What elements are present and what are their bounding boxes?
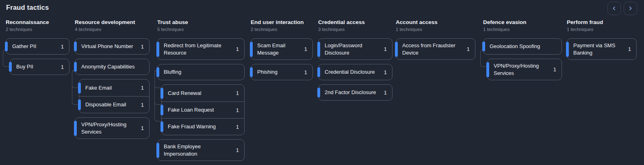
next-page-button[interactable] xyxy=(624,2,637,15)
technique-card[interactable]: Access from Fraudster Device1 xyxy=(396,38,475,60)
technique-group: Card Renewal1Fake Loan Request1Fake Frau… xyxy=(161,84,245,135)
tactic-cards: Scam Email Message1Phishing1 xyxy=(251,38,313,80)
technique-count: 1 xyxy=(141,85,145,91)
technique-accent-bar xyxy=(78,99,81,110)
technique-label: Payment via SMS Banking xyxy=(573,42,626,56)
technique-count: 1 xyxy=(236,46,240,52)
technique-label: Anonymity Capabilities xyxy=(81,63,141,70)
technique-card[interactable]: VPN/Proxy/Hosting Services1 xyxy=(75,117,150,139)
tactic-count: 4 techniques xyxy=(75,26,150,32)
technique-accent-bar xyxy=(160,105,163,115)
tactic-count: 1 techniques xyxy=(567,26,637,32)
technique-accent-bar xyxy=(156,42,159,57)
pagination-nav xyxy=(607,2,637,15)
fraud-tactics-matrix: Fraud tactics Reconnaissance2 techniques… xyxy=(0,0,644,165)
technique-card[interactable]: Bank Employee Impersonation1 xyxy=(157,139,245,161)
tactic-name: Account access xyxy=(396,19,475,26)
page-title: Fraud tactics xyxy=(6,4,49,11)
technique-row[interactable]: Fake Fraud Warning1 xyxy=(162,118,244,135)
technique-row[interactable]: Card Renewal1 xyxy=(162,85,244,101)
technique-row[interactable]: Disposable Email1 xyxy=(79,96,149,113)
tactic-name: Perform fraud xyxy=(567,19,637,26)
tactic-count: 3 techniques xyxy=(318,26,392,32)
technique-card[interactable]: Payment via SMS Banking1 xyxy=(567,38,637,60)
technique-count: 1 xyxy=(61,44,65,50)
technique-card[interactable]: Virtual Phone Number1 xyxy=(75,38,150,55)
technique-label: VPN/Proxy/Hosting Services xyxy=(494,62,551,77)
technique-accent-bar xyxy=(5,42,8,51)
tactic-column: Credential access3 techniquesLogin/Passw… xyxy=(318,19,392,105)
tactic-cards: Gather PII1Buy PII1 xyxy=(6,38,69,75)
technique-count: 1 xyxy=(384,90,388,96)
tactic-cards: Access from Fraudster Device1 xyxy=(396,38,475,60)
technique-accent-bar xyxy=(156,67,159,77)
technique-card[interactable]: Credential Disclosure1 xyxy=(318,64,392,80)
tactic-count: 5 techniques xyxy=(157,26,245,32)
technique-count: 1 xyxy=(141,102,145,108)
technique-label: 2nd Factor Disclosure xyxy=(325,89,382,96)
technique-label: Scam Email Message xyxy=(257,42,302,56)
technique-accent-bar xyxy=(160,121,163,132)
tactic-column: End user interaction2 techniquesScam Ema… xyxy=(251,19,313,84)
technique-accent-bar xyxy=(250,67,253,77)
technique-count: 1 xyxy=(467,46,471,52)
technique-card[interactable]: Scam Email Message1 xyxy=(251,38,313,60)
tactic-cards: Redirect from Legitimate Resource1Bluffi… xyxy=(157,38,245,161)
tactic-cards: Virtual Phone Number1Anonymity Capabilit… xyxy=(75,38,150,139)
technique-card[interactable]: Geolocation Spoofing xyxy=(483,38,562,55)
technique-count: 1 xyxy=(61,64,65,70)
technique-card[interactable]: Bluffing xyxy=(157,64,245,80)
technique-count: 1 xyxy=(384,69,388,75)
tactic-name: Trust abuse xyxy=(157,19,245,26)
technique-count: 1 xyxy=(236,90,240,96)
tactic-column: Resource development4 techniquesVirtual … xyxy=(75,19,150,143)
technique-label: Redirect from Legitimate Resource xyxy=(164,42,234,56)
tactic-cards: Geolocation SpoofingVPN/Proxy/Hosting Se… xyxy=(483,38,562,80)
technique-label: Login/Password Disclosure xyxy=(325,42,382,56)
technique-accent-bar xyxy=(317,88,320,97)
tactic-name: Resource development xyxy=(75,19,150,26)
technique-card[interactable]: Gather PII1 xyxy=(6,38,69,55)
technique-accent-bar xyxy=(74,42,77,51)
tactic-column: Reconnaissance2 techniquesGather PII1Buy… xyxy=(6,19,69,79)
technique-accent-bar xyxy=(156,143,159,158)
tactic-column: Trust abuse5 techniquesRedirect from Leg… xyxy=(157,19,245,165)
technique-count: 1 xyxy=(236,124,240,130)
technique-count: 1 xyxy=(141,125,145,131)
tactic-name: End user interaction xyxy=(251,19,313,26)
tactic-count: 1 techniques xyxy=(483,26,562,32)
technique-label: Disposable Email xyxy=(85,101,139,108)
technique-card[interactable]: Buy PII1 xyxy=(10,59,69,75)
technique-accent-bar xyxy=(482,42,485,51)
technique-row[interactable]: Fake Email1 xyxy=(79,79,149,96)
chevron-right-icon xyxy=(627,5,633,11)
technique-accent-bar xyxy=(317,67,320,77)
tactic-cards: Payment via SMS Banking1 xyxy=(567,38,637,60)
tactic-count: 2 techniques xyxy=(6,26,69,32)
technique-card[interactable]: Anonymity Capabilities xyxy=(75,59,150,75)
technique-accent-bar xyxy=(74,62,77,72)
technique-card[interactable]: 2nd Factor Disclosure1 xyxy=(318,84,392,101)
technique-count: 1 xyxy=(304,46,308,52)
technique-card[interactable]: Phishing1 xyxy=(251,64,313,80)
technique-count: 1 xyxy=(628,46,632,52)
tactic-name: Defence evasion xyxy=(483,19,562,26)
technique-accent-bar xyxy=(78,82,81,93)
technique-row[interactable]: Fake Loan Request1 xyxy=(162,101,244,118)
technique-label: Credential Disclosure xyxy=(325,68,382,76)
technique-card[interactable]: Redirect from Legitimate Resource1 xyxy=(157,38,245,60)
tactic-name: Credential access xyxy=(318,19,392,26)
tactic-column: Account access1 techniquesAccess from Fr… xyxy=(396,19,475,64)
technique-accent-bar xyxy=(566,42,569,57)
prev-page-button[interactable] xyxy=(607,2,621,15)
technique-group: Fake Email1Disposable Email1 xyxy=(79,79,150,113)
technique-card[interactable]: VPN/Proxy/Hosting Services1 xyxy=(487,59,562,80)
chevron-left-icon xyxy=(611,5,617,11)
technique-card[interactable]: Login/Password Disclosure1 xyxy=(318,38,392,60)
technique-label: Fake Email xyxy=(85,84,139,92)
technique-count: 1 xyxy=(553,66,557,73)
technique-label: Geolocation Spoofing xyxy=(490,43,554,50)
technique-count: 1 xyxy=(384,46,388,52)
technique-accent-bar xyxy=(395,42,398,57)
technique-label: Gather PII xyxy=(12,43,59,50)
